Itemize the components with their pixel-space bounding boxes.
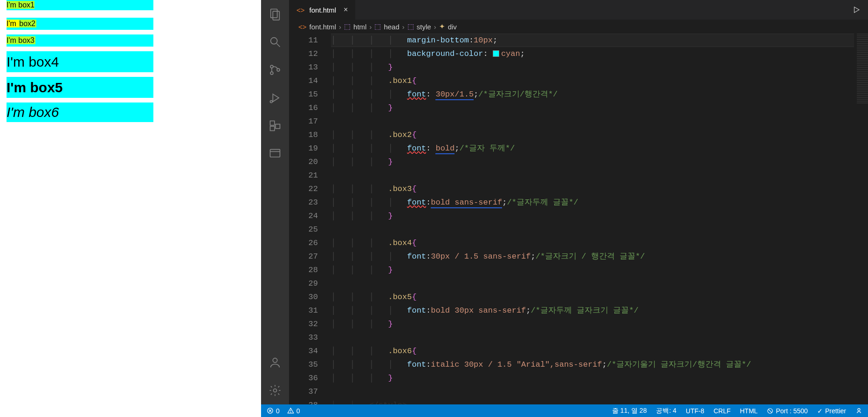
explorer-icon[interactable]: [261, 0, 289, 28]
preview-box2: I'm box2: [7, 18, 153, 30]
run-icon[interactable]: [845, 0, 868, 20]
settings-gear-icon[interactable]: [261, 376, 289, 404]
activity-bar: [261, 0, 289, 404]
extensions-icon[interactable]: [261, 112, 289, 140]
preview-box3: I'm box3: [7, 34, 153, 47]
browser-preview: I'm box1 I'm box2 I'm box3 I'm box4 I'm …: [0, 0, 261, 417]
svg-point-21: [290, 412, 291, 412]
close-icon[interactable]: ×: [344, 6, 348, 14]
element-icon: ⬚: [374, 22, 381, 31]
status-line-col[interactable]: 줄 11, 열 28: [612, 407, 647, 415]
status-prettier[interactable]: ✓ Prettier: [817, 407, 846, 415]
status-notifications-icon[interactable]: [855, 407, 862, 414]
svg-rect-1: [273, 11, 279, 20]
debug-icon[interactable]: [261, 84, 289, 112]
live-preview-icon[interactable]: [261, 140, 289, 168]
status-spaces[interactable]: 공백: 4: [656, 407, 676, 415]
code-content[interactable]: │ │ │ │ margin-bottom:10px;│ │ │ │ backg…: [331, 34, 854, 404]
status-warnings[interactable]: 0: [287, 407, 300, 415]
breadcrumb[interactable]: <>font.html › ⬚html › ⬚head › ⬚style › ✦…: [289, 20, 868, 34]
svg-point-5: [270, 72, 273, 75]
svg-point-24: [858, 409, 860, 411]
line-numbers: 1112131415161718192021222324252627282930…: [289, 34, 331, 404]
svg-marker-16: [854, 7, 860, 13]
svg-rect-9: [270, 121, 275, 125]
preview-box6: I'm box6: [7, 103, 153, 122]
svg-rect-11: [276, 124, 280, 129]
svg-point-14: [273, 358, 277, 362]
status-bar: 0 0 줄 11, 열 28 공백: 4 UTF-8 CRLF HTML Por…: [261, 404, 868, 417]
svg-rect-10: [270, 126, 275, 130]
svg-point-6: [277, 68, 280, 71]
svg-point-15: [274, 389, 277, 392]
status-language[interactable]: HTML: [740, 407, 758, 415]
status-eol[interactable]: CRLF: [714, 407, 731, 415]
svg-point-8: [270, 101, 273, 103]
svg-line-3: [277, 44, 280, 47]
account-icon[interactable]: [261, 349, 289, 376]
html-file-icon: <>: [296, 6, 305, 14]
code-editor[interactable]: 1112131415161718192021222324252627282930…: [289, 34, 868, 404]
minimap[interactable]: [854, 34, 868, 404]
status-encoding[interactable]: UTF-8: [686, 407, 704, 415]
svg-line-23: [768, 409, 772, 412]
svg-marker-7: [273, 94, 279, 102]
source-control-icon[interactable]: [261, 56, 289, 84]
search-icon[interactable]: [261, 28, 289, 56]
html-file-icon: <>: [298, 23, 307, 31]
svg-point-2: [271, 38, 277, 44]
element-icon: ⬚: [407, 22, 414, 31]
preview-box1: I'm box1: [7, 0, 153, 10]
svg-rect-12: [270, 150, 280, 157]
vscode-window: <> font.html × <>font.html › ⬚html › ⬚he…: [261, 0, 868, 417]
status-port[interactable]: Port : 5500: [767, 407, 808, 415]
svg-rect-0: [271, 9, 277, 18]
preview-box4: I'm box4: [7, 51, 153, 72]
preview-box5: I'm box5: [7, 77, 153, 98]
status-errors[interactable]: 0: [267, 407, 280, 415]
svg-point-4: [270, 65, 273, 68]
rule-icon: ✦: [439, 22, 445, 31]
editor-tabs: <> font.html ×: [289, 0, 868, 20]
element-icon: ⬚: [344, 22, 351, 31]
tab-font-html[interactable]: <> font.html ×: [289, 0, 355, 20]
tab-label: font.html: [310, 6, 337, 14]
